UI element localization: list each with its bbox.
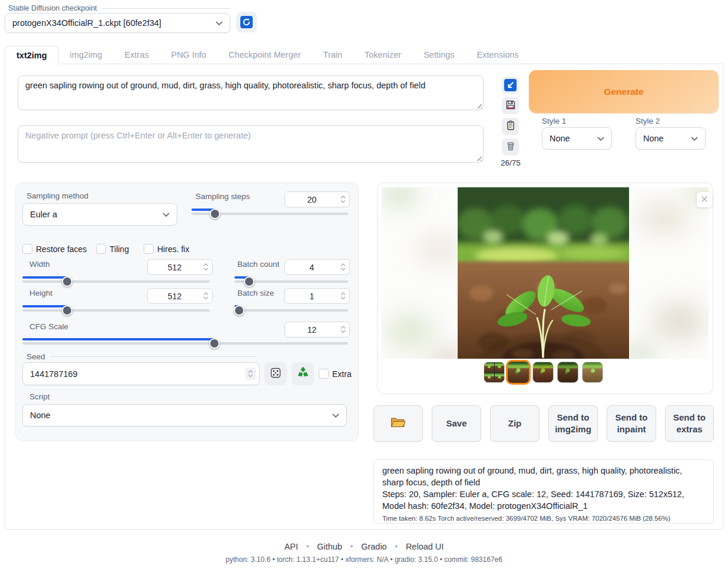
chevron-down-icon (163, 210, 170, 219)
clear-prompt-button[interactable] (502, 138, 519, 156)
spinner-icon[interactable] (201, 292, 212, 300)
sampling-method-label: Sampling method (27, 191, 88, 200)
slider-thumb[interactable] (244, 276, 254, 287)
style1-select[interactable]: None (542, 127, 612, 150)
footer-link-gradio[interactable]: Gradio (361, 542, 387, 551)
script-select[interactable]: None (22, 404, 347, 426)
sampling-steps-label: Sampling steps (196, 192, 250, 201)
tiling-checkbox[interactable] (96, 244, 106, 254)
hires-fix-checkbox[interactable] (144, 244, 154, 254)
style2-select[interactable]: None (636, 127, 706, 150)
tab-settings[interactable]: Settings (412, 46, 465, 64)
sampling-method-select[interactable]: Euler a (22, 203, 177, 226)
spinner-icon[interactable] (201, 263, 212, 271)
seed-label: Seed (27, 352, 45, 361)
gallery-thumbnail[interactable] (582, 362, 603, 383)
send-to-img2img-button[interactable]: Send to img2img (548, 405, 598, 442)
apply-style-button[interactable] (502, 118, 519, 135)
tab-txt2img[interactable]: txt2img (5, 46, 59, 64)
gallery-thumbnail[interactable] (532, 362, 554, 383)
height-slider[interactable] (22, 305, 210, 316)
generation-info-card: green sapling rowing out of ground, mud,… (373, 459, 714, 524)
generation-info-params: Steps: 20, Sampler: Euler a, CFG scale: … (382, 488, 705, 512)
refresh-icon (240, 16, 253, 28)
chevron-down-icon (332, 411, 339, 420)
tab-train[interactable]: Train (312, 46, 354, 64)
batch-size-slider[interactable] (234, 305, 348, 316)
refresh-checkpoints-button[interactable] (236, 12, 257, 32)
reuse-seed-button[interactable] (292, 362, 314, 385)
random-seed-button[interactable] (264, 362, 287, 385)
spinner-icon[interactable] (339, 263, 349, 271)
style1-label: Style 1 (542, 117, 566, 125)
batch-count-slider[interactable] (234, 276, 348, 287)
generate-button[interactable]: Generate (529, 70, 719, 113)
dice-icon (270, 367, 282, 381)
slider-thumb[interactable] (234, 305, 244, 316)
stable-diffusion-webui: Stable Diffusion checkpoint protogenX34O… (0, 0, 728, 569)
negative-prompt-input[interactable] (18, 125, 484, 163)
trash-icon (505, 141, 516, 154)
cfg-scale-input[interactable]: 12 (284, 322, 350, 338)
footer-link-github[interactable]: Github (317, 542, 342, 551)
slider-thumb[interactable] (62, 276, 72, 287)
gallery-thumbnail-grid[interactable] (484, 362, 505, 383)
script-label: Script (29, 392, 50, 401)
sampling-steps-slider[interactable] (191, 209, 348, 219)
zip-button[interactable]: Zip (490, 405, 540, 442)
height-input[interactable]: 512 (147, 288, 213, 304)
footer-separator: • (306, 542, 309, 551)
save-button[interactable]: Save (432, 405, 481, 442)
main-tabbar: txt2img img2img Extras PNG Info Checkpoi… (5, 46, 723, 64)
width-input[interactable]: 512 (147, 259, 213, 275)
footer-separator: • (350, 542, 353, 551)
close-icon (701, 194, 708, 205)
send-to-inpaint-button[interactable]: Send to inpaint (607, 405, 656, 442)
hires-fix-label: Hires. fix (157, 244, 189, 254)
close-gallery-button[interactable] (697, 192, 712, 207)
tiling-label: Tiling (110, 244, 129, 254)
tab-img2img[interactable]: img2img (59, 46, 114, 64)
checkpoint-select[interactable]: protogenX34OfficialR_1.ckpt [60fe2f34] (5, 13, 230, 33)
batch-count-label: Batch count (237, 260, 279, 269)
folder-icon (391, 416, 406, 431)
spinner-icon[interactable] (339, 292, 349, 300)
open-folder-button[interactable] (373, 405, 423, 442)
prompt-input[interactable]: green sapling rowing out of ground, mud,… (18, 75, 484, 110)
spinner-icon[interactable] (339, 326, 349, 333)
slider-thumb[interactable] (62, 305, 72, 316)
extra-seed-checkbox[interactable] (319, 369, 329, 379)
label-rule (102, 8, 230, 9)
save-style-button[interactable] (502, 97, 519, 114)
cfg-scale-slider[interactable] (22, 338, 348, 349)
seed-input[interactable]: 1441787169 (22, 362, 260, 385)
slider-thumb[interactable] (210, 209, 220, 219)
generated-image[interactable] (458, 187, 629, 359)
restore-faces-checkbox[interactable] (22, 244, 32, 254)
footer-versions: python: 3.10.6 • torch: 1.13.1+cu117 • x… (0, 555, 728, 564)
spinner-icon[interactable] (339, 196, 349, 203)
floppy-disk-icon (505, 100, 516, 113)
gallery-prev-preview[interactable] (382, 187, 458, 359)
batch-count-input[interactable]: 4 (284, 259, 350, 275)
tab-png-info[interactable]: PNG Info (160, 46, 217, 64)
slider-thumb[interactable] (209, 338, 220, 349)
checkpoint-label-row: Stable Diffusion checkpoint (8, 4, 230, 12)
footer-link-api[interactable]: API (284, 542, 298, 551)
tab-extensions[interactable]: Extensions (466, 46, 530, 64)
token-counter: 26/75 (498, 158, 524, 167)
footer-link-reload-ui[interactable]: Reload UI (406, 542, 444, 551)
width-slider[interactable] (22, 276, 210, 287)
tab-tokenizer[interactable]: Tokenizer (353, 46, 412, 64)
gallery-thumbnail[interactable] (557, 362, 578, 383)
gallery-next-preview[interactable] (629, 187, 709, 359)
send-to-extras-button[interactable]: Send to extras (665, 405, 714, 442)
batch-size-input[interactable]: 1 (284, 288, 350, 304)
tab-extras[interactable]: Extras (113, 46, 160, 64)
gallery-thumbnail-selected[interactable] (506, 360, 531, 385)
sampling-steps-input[interactable]: 20 (284, 191, 350, 207)
paste-generation-params-button[interactable] (502, 77, 519, 94)
seed-label-row: Seed (27, 352, 256, 361)
tab-checkpoint-merger[interactable]: Checkpoint Merger (217, 46, 312, 64)
spinner-icon[interactable] (245, 368, 256, 380)
